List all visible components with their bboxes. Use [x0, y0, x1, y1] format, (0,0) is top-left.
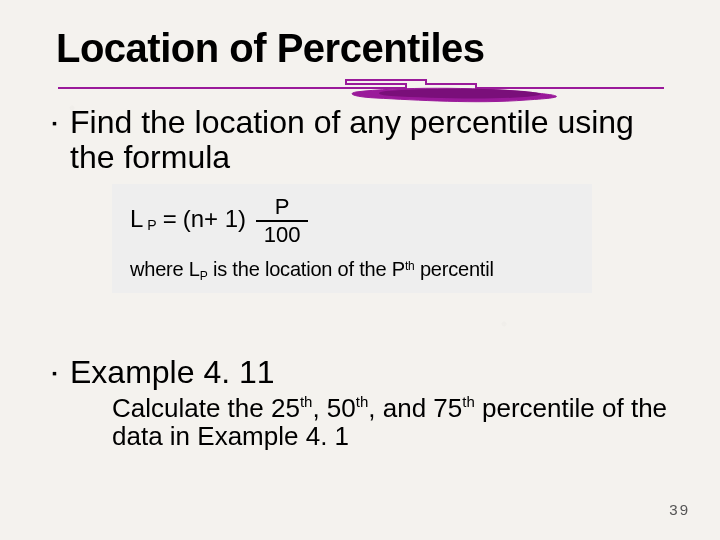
formula-frac-den: 100 [258, 224, 307, 246]
formula-frac-num: P [269, 196, 296, 218]
example-body-b: , 50 [312, 393, 355, 423]
sup-th-1: th [300, 393, 313, 410]
slide: Location of Percentiles Find the locatio… [0, 0, 720, 540]
formula-description: where LP is the location of the Pth perc… [130, 258, 574, 281]
example-body-a: Calculate the 25 [112, 393, 300, 423]
example-heading: Example 4. 11 [70, 355, 670, 390]
formula-lhs-sub: P [147, 217, 156, 233]
sup-th-2: th [356, 393, 369, 410]
formula-lhs-sym: L [130, 205, 143, 233]
formula-n-expr: (n+ 1) [183, 205, 246, 233]
bullet-list: Find the location of any percentile usin… [56, 105, 670, 451]
page-number: 39 [669, 501, 690, 518]
example-body: Calculate the 25th, 50th, and 75th perce… [112, 394, 670, 451]
formula-desc-where: where [130, 258, 183, 280]
formula-panel: LP = (n+ 1) P 100 where LP is the locati… [112, 184, 592, 293]
example-body-c: , and 75 [368, 393, 462, 423]
sup-th-3: th [462, 393, 475, 410]
page-title: Location of Percentiles [56, 26, 670, 71]
intro-text: Find the location of any percentile usin… [70, 105, 670, 174]
formula-desc-p-sup: th [405, 259, 415, 273]
bullet-example: Example 4. 11 Calculate the 25th, 50th, … [70, 355, 670, 451]
formula-desc-lp-sym: L [189, 258, 200, 280]
formula-desc-mid: is the location of the [213, 258, 392, 280]
formula-equals: = [163, 205, 177, 233]
formula-fraction: P 100 [256, 196, 308, 246]
formula-desc-tail: percentil [420, 258, 494, 280]
bullet-intro: Find the location of any percentile usin… [70, 105, 670, 293]
formula-desc-p-sym: P [392, 258, 405, 280]
formula-desc-lp-sub: P [200, 269, 208, 283]
formula-expression: LP = (n+ 1) P 100 [130, 194, 574, 244]
